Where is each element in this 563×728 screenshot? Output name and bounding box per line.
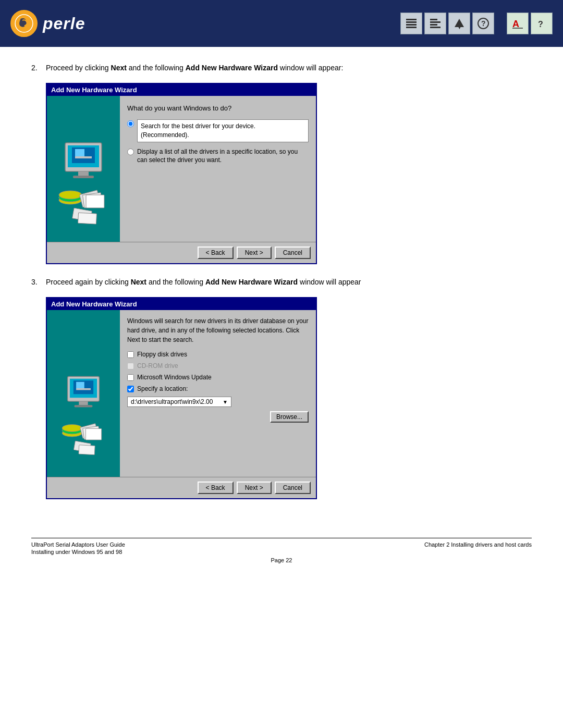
specify-checkbox[interactable] — [127, 386, 134, 392]
browse-button[interactable]: Browse... — [270, 411, 309, 423]
step3-number: 3. — [31, 277, 42, 288]
wizard1-radio2[interactable] — [127, 149, 134, 155]
footer-right: Chapter 2 Installing drivers and host ca… — [424, 541, 532, 555]
location-input[interactable]: d:\drivers\ultraport\win9x\2.00 ▼ — [127, 397, 231, 407]
dropdown-arrow-icon[interactable]: ▼ — [223, 399, 228, 405]
wizard1-radio1[interactable] — [127, 120, 134, 127]
floppy-checkbox[interactable] — [127, 351, 134, 358]
cdrom-checkbox[interactable] — [127, 363, 134, 369]
font-size-icon[interactable]: A — [507, 13, 529, 34]
svg-text:A: A — [512, 19, 519, 29]
msupdate-checkbox[interactable] — [127, 374, 134, 381]
svg-rect-29 — [86, 195, 104, 208]
wizard1-footer: < Back Next > Cancel — [47, 242, 316, 263]
logo-area: perle — [10, 10, 85, 37]
svg-rect-22 — [78, 171, 89, 176]
wizard2-next-button[interactable]: Next > — [237, 482, 272, 494]
header-toolbar: ▼ ? A ? — [400, 13, 553, 34]
page-header: perle ▼ — [0, 0, 563, 47]
step2-number: 2. — [31, 63, 42, 73]
footer-chapter: Chapter 2 Installing drivers and host ca… — [424, 541, 532, 548]
svg-rect-8 — [430, 24, 437, 26]
footer-installing-line: Installing under Windows 95 and 98 — [31, 549, 125, 555]
wizard2-back-button[interactable]: < Back — [198, 482, 234, 494]
svg-rect-38 — [75, 405, 93, 407]
wizard1-next-button[interactable]: Next > — [237, 246, 272, 259]
svg-rect-6 — [430, 19, 437, 20]
checkbox-msupdate: Microsoft Windows Update — [127, 374, 309, 381]
cdrom-label: CD-ROM drive — [137, 362, 178, 369]
specify-label: Specify a location: — [137, 385, 188, 392]
help-question-icon[interactable]: ? — [531, 13, 553, 34]
wizard1-window: Add New Hardware Wizard — [46, 83, 317, 264]
wizard2-right: Windows will search for new drivers in i… — [120, 310, 316, 477]
footer-left: UltraPort Serial Adaptors User Guide Ins… — [31, 541, 125, 555]
wizard1-right: What do you want Windows to do? Search f… — [120, 96, 316, 242]
svg-rect-3 — [406, 21, 417, 23]
wizard2-titlebar: Add New Hardware Wizard — [47, 298, 316, 310]
svg-rect-23 — [73, 176, 94, 178]
wizard2-body: Windows will search for new drivers in i… — [47, 310, 316, 477]
svg-rect-7 — [430, 21, 440, 23]
svg-text:?: ? — [481, 19, 486, 28]
svg-rect-9 — [430, 27, 440, 28]
wizard1-titlebar: Add New Hardware Wizard — [47, 84, 316, 96]
wizard1-illustration — [47, 96, 120, 242]
svg-rect-35 — [76, 382, 84, 388]
step2-text: Proceed by clicking Next and the followi… — [46, 63, 532, 73]
svg-point-26 — [59, 191, 82, 199]
svg-rect-5 — [406, 27, 417, 28]
logo-text: perle — [43, 14, 85, 33]
main-content: 2. Proceed by clicking Next and the foll… — [0, 47, 563, 522]
wizard1-back-button[interactable]: < Back — [198, 246, 234, 259]
footer-page-number: Page 22 — [31, 557, 532, 563]
svg-rect-44 — [85, 428, 101, 440]
svg-text:▼: ▼ — [457, 25, 462, 30]
up-arrow-icon[interactable]: ▼ — [448, 13, 470, 34]
wizard1-cancel-button[interactable]: Cancel — [275, 246, 311, 259]
wizard1-option2: Display a list of all the drivers in a s… — [127, 147, 309, 165]
wizard1-option2-label: Display a list of all the drivers in a s… — [137, 147, 309, 165]
index-icon[interactable] — [424, 13, 446, 34]
location-row: d:\drivers\ultraport\win9x\2.00 ▼ — [127, 397, 309, 407]
checkbox-floppy: Floppy disk drives — [127, 351, 309, 358]
svg-rect-2 — [406, 19, 417, 20]
msupdate-label: Microsoft Windows Update — [137, 374, 212, 381]
svg-rect-36 — [76, 388, 91, 390]
checkbox-cdrom: CD-ROM drive — [127, 362, 309, 369]
wizard2-cancel-button[interactable]: Cancel — [275, 482, 311, 494]
wizard2-illustration — [47, 310, 120, 477]
wizard1-option1-label: Search for the best driver for your devi… — [137, 119, 309, 142]
page-footer: UltraPort Serial Adaptors User Guide Ins… — [31, 538, 532, 563]
svg-text:?: ? — [538, 20, 543, 29]
step3-text: Proceed again by clicking Next and the f… — [46, 277, 532, 288]
floppy-label: Floppy disk drives — [137, 351, 187, 358]
svg-rect-37 — [79, 401, 88, 405]
svg-rect-4 — [406, 24, 417, 26]
svg-rect-46 — [79, 445, 95, 455]
checkbox-specify: Specify a location: — [127, 385, 309, 392]
step2-paragraph: 2. Proceed by clicking Next and the foll… — [31, 63, 532, 73]
wizard1-question: What do you want Windows to do? — [127, 104, 309, 112]
footer-guide-title: UltraPort Serial Adaptors User Guide — [31, 541, 125, 548]
contents-icon[interactable] — [400, 13, 422, 34]
wizard2-window: Add New Hardware Wizard — [46, 297, 317, 499]
wizard2-description: Windows will search for new drivers in i… — [127, 316, 309, 344]
svg-rect-21 — [75, 156, 92, 158]
wizard2-footer: < Back Next > Cancel — [47, 477, 316, 498]
svg-rect-31 — [78, 213, 96, 224]
location-path: d:\drivers\ultraport\win9x\2.00 — [131, 398, 213, 405]
help-circle-icon[interactable]: ? — [472, 13, 494, 34]
step3-paragraph: 3. Proceed again by clicking Next and th… — [31, 277, 532, 288]
svg-rect-20 — [75, 149, 84, 156]
wizard1-body: What do you want Windows to do? Search f… — [47, 96, 316, 242]
svg-point-41 — [62, 425, 82, 432]
logo-icon — [10, 10, 38, 37]
wizard1-option1: Search for the best driver for your devi… — [127, 119, 309, 142]
